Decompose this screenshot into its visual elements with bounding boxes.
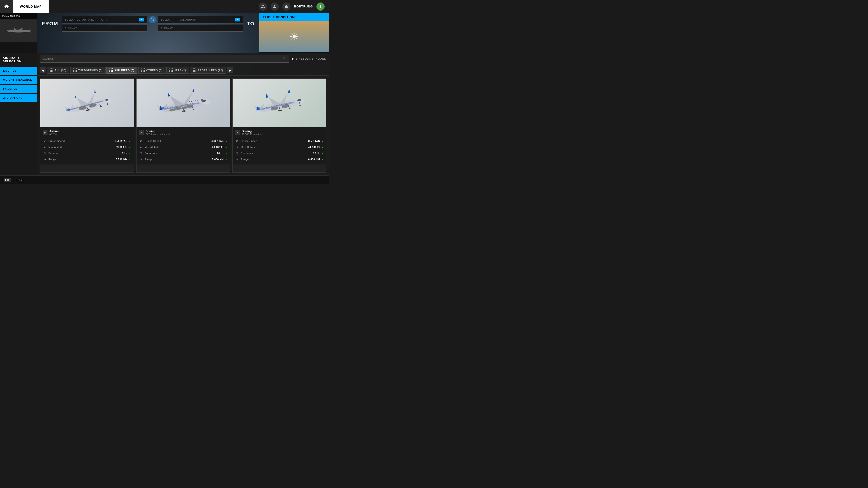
b787-altitude-trend-icon: ▲: [321, 146, 323, 149]
b747-name-row: ▶ Boeing 747-8 Intercontinental: [139, 129, 227, 135]
b787-endurance-row: ◷ Endurance 13 Hr ▲: [235, 150, 323, 156]
departure-dropdown[interactable]: SELECT DEPARTURE AIRPORT: [62, 16, 147, 24]
search-input[interactable]: [42, 57, 281, 60]
friends-icon-button[interactable]: [259, 2, 267, 11]
tab-all[interactable]: ALL (30): [47, 67, 69, 74]
aircraft-list-panel: ▶ 3 RESULT(S) FOUND ◀ ALL (30) TURBOPROP…: [37, 53, 329, 175]
b747-endurance-icon: ◷: [139, 152, 143, 155]
from-to-bar: FROM SELECT DEPARTURE AIRPORT: [37, 13, 259, 53]
search-input-wrap: [40, 55, 289, 63]
top-nav: WORLD MAP BORTRUNG B: [0, 0, 329, 13]
sidebar-title: AIRCRAFT SELECTION: [0, 56, 37, 67]
tab-airliners[interactable]: AIRLINERS (3): [106, 67, 137, 74]
sidebar-item-weight-balance[interactable]: WEIGHT & BALANCE: [0, 76, 37, 84]
b787-model: 787-10 Dreamliner: [242, 133, 262, 135]
a320neo-manufacturer: Airbus: [49, 129, 59, 133]
svg-marker-8: [237, 19, 239, 20]
svg-point-9: [67, 96, 110, 114]
b787-range-row: ⇢ Range 6 430 NM ▲: [235, 156, 323, 162]
search-button[interactable]: [283, 57, 287, 61]
category-prev-button[interactable]: ◀: [39, 67, 46, 73]
a320neo-name-row: ▶ Airbus A320neo: [43, 129, 131, 135]
b787-info: ▶ Boeing 787-10 Dreamliner ⟳ Cruise Spee…: [232, 127, 326, 164]
range-icon: ⇢: [43, 158, 46, 161]
propellers-tab-icon: [193, 68, 196, 72]
b747-max-altitude-row: ∧ Max Altitude 43 100 Ft ▲: [139, 144, 227, 150]
airliners-tab-icon: [110, 68, 113, 72]
arrival-dropdown[interactable]: SELECT ARRIVAL AIRPORT: [158, 16, 243, 24]
sidebar: AIRCRAFT SELECTION LIVERIES WEIGHT & BAL…: [0, 53, 37, 175]
svg-marker-49: [167, 92, 170, 97]
b787-cruise-trend-icon: ▲: [321, 140, 323, 142]
aircraft-preview-label: Daher TBM 930: [0, 13, 37, 20]
b747-svg: [152, 86, 215, 120]
home-button[interactable]: [0, 0, 13, 13]
close-label: CLOSE: [13, 178, 24, 182]
range-trend-icon: ▲: [129, 158, 131, 161]
b747-altitude-icon: ∧: [139, 145, 143, 149]
category-next-button[interactable]: ▶: [227, 67, 233, 73]
aircraft-card-b747[interactable]: ▶ Boeing 747-8 Intercontinental ⟳ Cruise…: [136, 78, 230, 173]
user-avatar[interactable]: B: [316, 2, 324, 11]
from-label: FROM: [42, 21, 58, 27]
main-area: Daher TBM 930: [0, 13, 329, 175]
tab-turboprops[interactable]: TURBOPROPS (3): [70, 67, 105, 74]
a320neo-model: A320neo: [49, 133, 59, 135]
aircraft-card-a320neo[interactable]: ▶ Airbus A320neo ⟳ Cruise Speed 455 KTAS…: [40, 78, 134, 173]
b787-altitude-icon: ∧: [235, 145, 239, 149]
svg-marker-4: [7, 29, 11, 31]
results-found: ▶ 3 RESULT(S) FOUND: [292, 57, 327, 60]
b747-altitude-trend-icon: ▲: [225, 146, 227, 149]
tab-jets[interactable]: JETS (2): [166, 67, 189, 74]
endurance-trend-icon: ▲: [129, 152, 131, 155]
esc-key-label: Esc: [4, 178, 11, 182]
a320neo-info: ▶ Airbus A320neo ⟳ Cruise Speed 455 KTAS…: [40, 127, 134, 164]
content-panel: AIRCRAFT SELECTION LIVERIES WEIGHT & BAL…: [0, 53, 329, 175]
sidebar-item-liveries[interactable]: LIVERIES: [0, 67, 37, 75]
from-to-labels: FROM SELECT DEPARTURE AIRPORT: [42, 16, 254, 32]
b787-range-icon: ⇢: [235, 158, 239, 161]
max-altitude-icon: ∧: [43, 145, 46, 149]
svg-point-112: [289, 107, 290, 109]
b787-svg: [249, 87, 310, 119]
swap-airports-button[interactable]: [149, 16, 156, 23]
arrival-runway[interactable]: RUNWAY: [158, 25, 243, 32]
max-altitude-trend-icon: ▲: [129, 146, 131, 149]
cruise-speed-trend-icon: ▲: [129, 140, 131, 142]
turboprops-tab-icon: [73, 68, 77, 72]
tbm930-silhouette: [4, 25, 33, 37]
svg-point-0: [7, 30, 30, 33]
flight-conditions-body[interactable]: ☀: [259, 21, 329, 52]
to-label: TO: [247, 21, 254, 27]
jets-tab-icon: [169, 68, 173, 72]
b747-cruise-speed-icon: ⟳: [139, 139, 143, 142]
svg-marker-87: [287, 89, 290, 93]
tab-propellers[interactable]: PROPELLERS (22): [190, 67, 226, 74]
b747-endurance-row: ◷ Endurance 16 Hr ▲: [139, 150, 227, 156]
b747-range-icon: ⇢: [139, 158, 143, 161]
profile-icon-button[interactable]: [271, 2, 279, 11]
b747-manufacturer: Boeing: [146, 129, 169, 133]
departure-runway[interactable]: RUNWAY: [62, 25, 147, 32]
b787-manufacturer: Boeing: [242, 129, 262, 133]
svg-rect-6: [29, 31, 31, 31]
a320neo-cruise-speed-row: ⟳ Cruise Speed 455 KTAS ▲: [43, 138, 131, 144]
b787-name-row: ▶ Boeing 787-10 Dreamliner: [235, 129, 323, 135]
aircraft-card-b787[interactable]: ▶ Boeing 787-10 Dreamliner ⟳ Cruise Spee…: [232, 78, 327, 173]
tab-others[interactable]: OTHERS (0): [138, 67, 165, 74]
nav-icons: BORTRUNG B: [259, 0, 329, 13]
a320neo-arrow-icon: ▶: [43, 130, 48, 135]
endurance-icon: ◷: [43, 152, 46, 155]
svg-point-39: [100, 105, 102, 107]
svg-marker-7: [141, 19, 143, 20]
sidebar-item-failures[interactable]: FAILURES: [0, 85, 37, 93]
svg-marker-3: [13, 28, 23, 31]
notifications-icon-button[interactable]: [282, 2, 290, 11]
b747-info: ▶ Boeing 747-8 Intercontinental ⟳ Cruise…: [136, 127, 230, 164]
world-map-tab[interactable]: WORLD MAP: [13, 0, 49, 13]
b787-arrow-icon: ▶: [235, 130, 240, 135]
svg-marker-13: [94, 90, 96, 93]
svg-marker-48: [192, 88, 194, 92]
svg-point-41: [107, 104, 108, 105]
sidebar-item-atc-options[interactable]: ATC OPTIONS: [0, 94, 37, 102]
